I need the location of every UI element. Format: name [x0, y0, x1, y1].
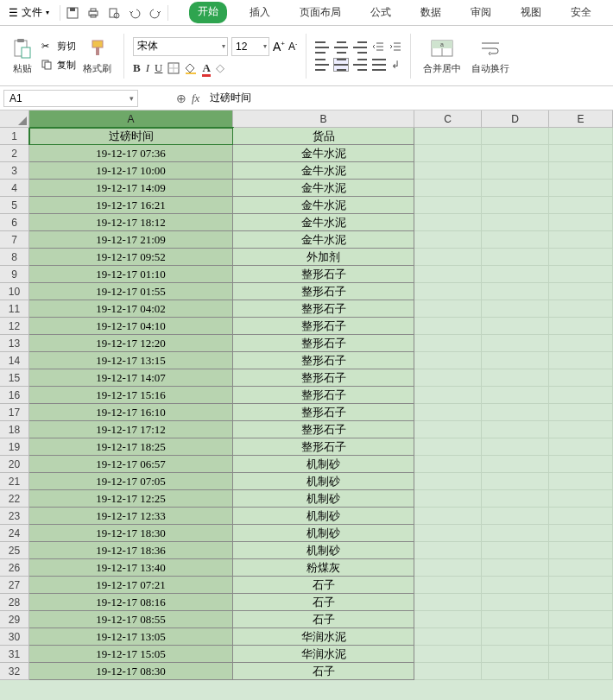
cell[interactable] [549, 646, 613, 663]
cell[interactable] [549, 456, 613, 473]
cell[interactable]: 19-12-17 13:40 [29, 559, 233, 577]
cell[interactable] [414, 438, 482, 456]
cell[interactable] [414, 456, 482, 473]
cell[interactable]: 19-12-17 15:05 [29, 646, 233, 663]
cell[interactable] [414, 594, 482, 611]
col-header-B[interactable]: B [233, 110, 414, 128]
cell[interactable] [482, 387, 549, 404]
cell[interactable] [482, 283, 549, 300]
clear-format-icon[interactable]: ◇ [216, 61, 224, 74]
row-header[interactable]: 30 [0, 628, 29, 646]
cell[interactable]: 19-12-17 14:09 [29, 180, 233, 197]
align-center-icon[interactable] [334, 59, 348, 71]
row-header[interactable]: 21 [0, 473, 29, 490]
cell[interactable]: 金牛水泥 [233, 214, 414, 231]
cell[interactable] [414, 646, 482, 663]
col-header-E[interactable]: E [549, 110, 613, 128]
cell[interactable] [549, 577, 613, 594]
cell[interactable] [549, 318, 613, 335]
cell[interactable] [549, 335, 613, 352]
cell[interactable]: 整形石子 [233, 266, 414, 283]
cell[interactable] [549, 266, 613, 283]
cell[interactable]: 金牛水泥 [233, 231, 414, 249]
cell[interactable] [482, 231, 549, 249]
tab-data[interactable]: 数据 [414, 2, 448, 23]
cell[interactable] [414, 352, 482, 369]
cell[interactable]: 机制砂 [233, 542, 414, 559]
cell[interactable] [414, 231, 482, 249]
cell[interactable] [414, 508, 482, 525]
cell[interactable] [549, 628, 613, 646]
decrease-font-icon[interactable]: A- [288, 41, 297, 53]
cell[interactable] [482, 611, 549, 628]
cell[interactable]: 整形石子 [233, 438, 414, 456]
cell[interactable] [482, 628, 549, 646]
cell[interactable] [482, 646, 549, 663]
row-header[interactable]: 3 [0, 162, 29, 180]
row-header[interactable]: 14 [0, 352, 29, 369]
cell[interactable] [482, 421, 549, 438]
cell[interactable]: 石子 [233, 577, 414, 594]
align-bottom-icon[interactable] [353, 41, 367, 54]
cell[interactable]: 19-12-17 04:02 [29, 300, 233, 318]
redo-icon[interactable] [149, 6, 162, 20]
cell[interactable] [549, 525, 613, 542]
cell[interactable] [414, 559, 482, 577]
cell[interactable] [549, 508, 613, 525]
cell[interactable] [414, 473, 482, 490]
cell[interactable] [549, 231, 613, 249]
cell[interactable] [414, 214, 482, 231]
cell[interactable] [414, 577, 482, 594]
cell[interactable] [482, 525, 549, 542]
font-size-combo[interactable]: 12▾ [231, 37, 269, 56]
cell[interactable] [482, 145, 549, 162]
increase-indent-icon[interactable] [389, 42, 401, 53]
cell[interactable] [549, 542, 613, 559]
cell[interactable] [482, 490, 549, 508]
cell[interactable] [414, 180, 482, 197]
align-middle-icon[interactable] [334, 41, 348, 54]
orientation-icon[interactable]: ↲ [391, 59, 400, 71]
save-icon[interactable] [66, 6, 79, 20]
font-color-button[interactable]: A [202, 61, 210, 75]
border-button[interactable] [167, 62, 180, 74]
file-menu[interactable]: ☰ 文件 ▾ [3, 3, 54, 22]
cell[interactable] [414, 162, 482, 180]
col-header-D[interactable]: D [482, 110, 549, 128]
cell[interactable]: 华润水泥 [233, 646, 414, 663]
cell[interactable]: 石子 [233, 594, 414, 611]
cell[interactable]: 整形石子 [233, 404, 414, 421]
underline-button[interactable]: U [155, 61, 162, 75]
row-header[interactable]: 26 [0, 559, 29, 577]
cell[interactable] [482, 404, 549, 421]
bold-button[interactable]: B [133, 61, 141, 75]
cell[interactable] [549, 404, 613, 421]
cell[interactable] [482, 162, 549, 180]
row-header[interactable]: 13 [0, 335, 29, 352]
cell[interactable]: 19-12-17 08:16 [29, 594, 233, 611]
cell[interactable]: 石子 [233, 611, 414, 628]
decrease-indent-icon[interactable] [372, 42, 384, 53]
cell[interactable]: 粉煤灰 [233, 559, 414, 577]
cell[interactable] [549, 611, 613, 628]
cell[interactable] [549, 300, 613, 318]
cell[interactable] [482, 438, 549, 456]
cell[interactable] [482, 300, 549, 318]
row-header[interactable]: 32 [0, 663, 29, 680]
cell[interactable] [549, 214, 613, 231]
cell[interactable] [414, 369, 482, 387]
increase-font-icon[interactable]: A+ [273, 40, 285, 54]
cell[interactable]: 19-12-17 21:09 [29, 231, 233, 249]
cell[interactable]: 19-12-17 18:25 [29, 438, 233, 456]
cell[interactable]: 货品 [233, 128, 414, 145]
cell[interactable] [549, 594, 613, 611]
cell[interactable]: 整形石子 [233, 335, 414, 352]
cell[interactable] [549, 180, 613, 197]
cell[interactable] [482, 214, 549, 231]
row-header[interactable]: 20 [0, 456, 29, 473]
cell[interactable]: 华润水泥 [233, 628, 414, 646]
cell[interactable] [414, 490, 482, 508]
tab-page-layout[interactable]: 页面布局 [293, 2, 348, 23]
cell[interactable]: 机制砂 [233, 473, 414, 490]
auto-wrap-group[interactable]: 自动换行 [468, 36, 513, 75]
